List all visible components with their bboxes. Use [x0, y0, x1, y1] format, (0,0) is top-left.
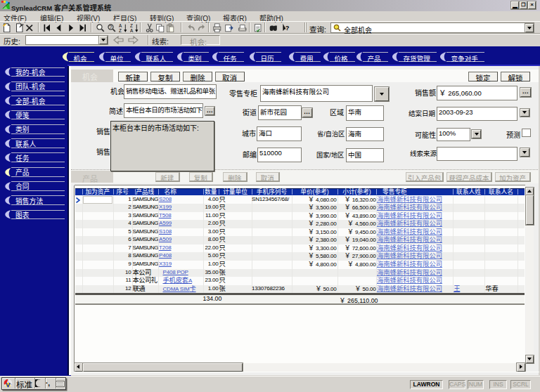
svg-text:A: A: [130, 27, 134, 32]
svg-text:?: ?: [109, 25, 112, 30]
svg-text:Z: Z: [119, 27, 122, 32]
svg-text:?: ?: [285, 25, 290, 32]
